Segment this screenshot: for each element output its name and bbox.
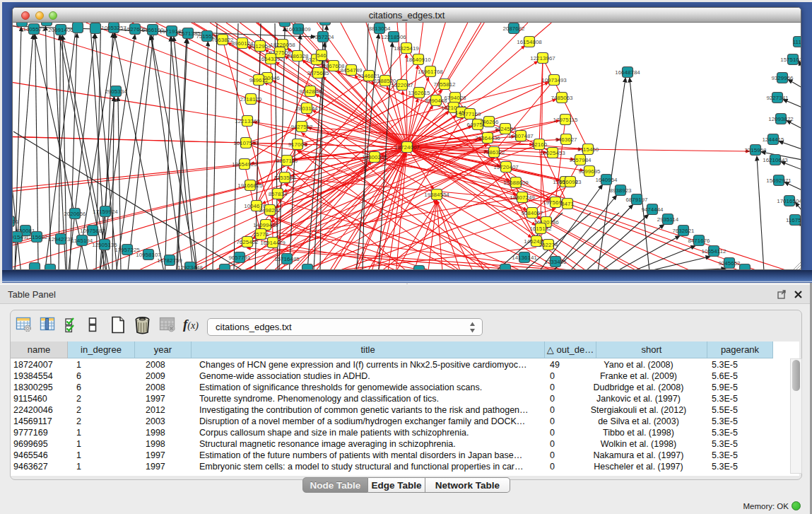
svg-text:16914479: 16914479 bbox=[260, 240, 286, 246]
svg-text:18724007: 18724007 bbox=[394, 144, 420, 151]
svg-text:12923448: 12923448 bbox=[177, 264, 203, 271]
svg-text:8471: 8471 bbox=[561, 201, 574, 207]
svg-text:16961768: 16961768 bbox=[418, 69, 443, 75]
svg-text:8938923: 8938923 bbox=[609, 187, 632, 194]
svg-text:1640954: 1640954 bbox=[595, 177, 618, 183]
svg-text:20691406: 20691406 bbox=[48, 27, 73, 33]
svg-text:15751074: 15751074 bbox=[780, 57, 801, 63]
svg-text:10807487: 10807487 bbox=[508, 133, 534, 139]
svg-text:1244415: 1244415 bbox=[762, 136, 784, 143]
svg-text:3215958: 3215958 bbox=[744, 147, 767, 153]
svg-text:2087682: 2087682 bbox=[502, 25, 525, 32]
svg-text:16648784: 16648784 bbox=[615, 69, 640, 76]
svg-text:16107553: 16107553 bbox=[233, 140, 259, 146]
svg-text:17975115: 17975115 bbox=[553, 117, 579, 123]
svg-text:6794028: 6794028 bbox=[444, 95, 466, 101]
svg-text:8912954: 8912954 bbox=[249, 43, 271, 49]
svg-text:14136141: 14136141 bbox=[512, 255, 537, 261]
svg-text:1405571: 1405571 bbox=[23, 26, 45, 33]
svg-text:3267110: 3267110 bbox=[276, 158, 298, 164]
svg-text:62160: 62160 bbox=[531, 141, 548, 148]
svg-text:9115460: 9115460 bbox=[577, 146, 599, 153]
svg-text:9657984: 9657984 bbox=[569, 157, 592, 163]
svg-text:7986322: 7986322 bbox=[483, 149, 505, 156]
svg-text:7632621: 7632621 bbox=[672, 228, 695, 234]
svg-text:12505135: 12505135 bbox=[92, 242, 117, 248]
svg-text:1215682: 1215682 bbox=[25, 234, 48, 240]
svg-text:16210643: 16210643 bbox=[763, 157, 788, 163]
svg-text:1112: 1112 bbox=[793, 39, 801, 45]
svg-text:9227341: 9227341 bbox=[766, 95, 789, 101]
svg-text:857834: 857834 bbox=[269, 191, 288, 197]
svg-text:17159924: 17159924 bbox=[93, 209, 118, 215]
svg-text:19384554: 19384554 bbox=[424, 192, 449, 198]
svg-text:9427552: 9427552 bbox=[290, 124, 313, 130]
svg-text:3498242: 3498242 bbox=[259, 207, 281, 214]
svg-text:12213369: 12213369 bbox=[235, 118, 260, 124]
svg-text:19166825: 19166825 bbox=[237, 182, 263, 189]
svg-text:15692971: 15692971 bbox=[766, 177, 792, 184]
svg-text:7485063: 7485063 bbox=[551, 95, 573, 101]
svg-text:9242848: 9242848 bbox=[299, 88, 322, 95]
svg-text:8471676: 8471676 bbox=[688, 238, 710, 244]
svg-text:12942737: 12942737 bbox=[48, 236, 73, 243]
svg-text:10025453: 10025453 bbox=[540, 150, 565, 156]
svg-text:7955812: 7955812 bbox=[433, 81, 456, 88]
svg-text:1353594: 1353594 bbox=[273, 175, 296, 181]
svg-text:12093872: 12093872 bbox=[768, 116, 794, 122]
svg-text:15774: 15774 bbox=[253, 231, 269, 238]
svg-text:10654112: 10654112 bbox=[702, 248, 727, 255]
svg-text:989612: 989612 bbox=[249, 77, 269, 83]
svg-text:16782759: 16782759 bbox=[157, 257, 182, 264]
svg-text:16543392: 16543392 bbox=[258, 56, 283, 62]
svg-text:2905334: 2905334 bbox=[105, 88, 127, 95]
svg-text:9657791: 9657791 bbox=[228, 255, 251, 261]
svg-text:18325419: 18325419 bbox=[394, 45, 419, 52]
svg-text:18300295: 18300295 bbox=[362, 154, 387, 160]
svg-text:12218506: 12218506 bbox=[381, 34, 406, 40]
svg-text:9084067: 9084067 bbox=[521, 210, 543, 216]
svg-text:9329966: 9329966 bbox=[771, 75, 794, 81]
svg-text:19654925: 19654925 bbox=[232, 161, 257, 168]
svg-text:9474444: 9474444 bbox=[641, 206, 664, 213]
svg-text:746266: 746266 bbox=[480, 119, 499, 125]
svg-text:21364436: 21364436 bbox=[475, 135, 500, 141]
svg-text:10688609: 10688609 bbox=[503, 180, 529, 186]
svg-text:16033809: 16033809 bbox=[286, 26, 311, 33]
svg-text:1362615: 1362615 bbox=[408, 90, 430, 96]
svg-text:9463627: 9463627 bbox=[555, 136, 577, 143]
svg-text:2803144: 2803144 bbox=[295, 105, 318, 112]
svg-text:18640910: 18640910 bbox=[406, 57, 431, 63]
svg-text:2020656: 2020656 bbox=[64, 211, 86, 217]
svg-text:7357224: 7357224 bbox=[312, 34, 334, 40]
svg-text:10653257: 10653257 bbox=[101, 25, 126, 31]
svg-text:10975887: 10975887 bbox=[80, 228, 105, 234]
svg-text:7625402: 7625402 bbox=[236, 239, 259, 245]
svg-text:8813054: 8813054 bbox=[368, 25, 391, 32]
svg-text:9699695: 9699695 bbox=[578, 168, 601, 175]
svg-text:2935114: 2935114 bbox=[657, 216, 679, 223]
svg-text:9245652: 9245652 bbox=[718, 260, 741, 267]
svg-text:7663822: 7663822 bbox=[211, 37, 234, 43]
svg-text:1145194: 1145194 bbox=[71, 238, 93, 244]
svg-text:15720407: 15720407 bbox=[493, 164, 519, 170]
svg-text:3624554: 3624554 bbox=[494, 126, 517, 132]
svg-text:3875685: 3875685 bbox=[307, 70, 329, 76]
svg-text:252274: 252274 bbox=[539, 242, 558, 248]
svg-text:17016504: 17016504 bbox=[777, 198, 801, 204]
svg-text:2718170: 2718170 bbox=[240, 96, 262, 103]
svg-text:1615132: 1615132 bbox=[529, 226, 552, 232]
svg-text:116753: 116753 bbox=[786, 217, 801, 223]
svg-text:991549: 991549 bbox=[13, 234, 27, 240]
svg-text:1733426: 1733426 bbox=[544, 259, 567, 265]
svg-text:9160923: 9160923 bbox=[559, 179, 582, 185]
svg-text:546: 546 bbox=[317, 52, 326, 59]
svg-text:14099489: 14099489 bbox=[253, 222, 278, 228]
svg-text:9777169: 9777169 bbox=[459, 111, 481, 117]
svg-text:831001: 831001 bbox=[13, 218, 19, 225]
svg-text:12213967: 12213967 bbox=[530, 55, 555, 62]
svg-text:18807249: 18807249 bbox=[510, 194, 535, 201]
svg-text:917006: 917006 bbox=[288, 141, 307, 148]
svg-text:6879197: 6879197 bbox=[625, 197, 648, 203]
svg-text:10973493: 10973493 bbox=[541, 77, 567, 83]
